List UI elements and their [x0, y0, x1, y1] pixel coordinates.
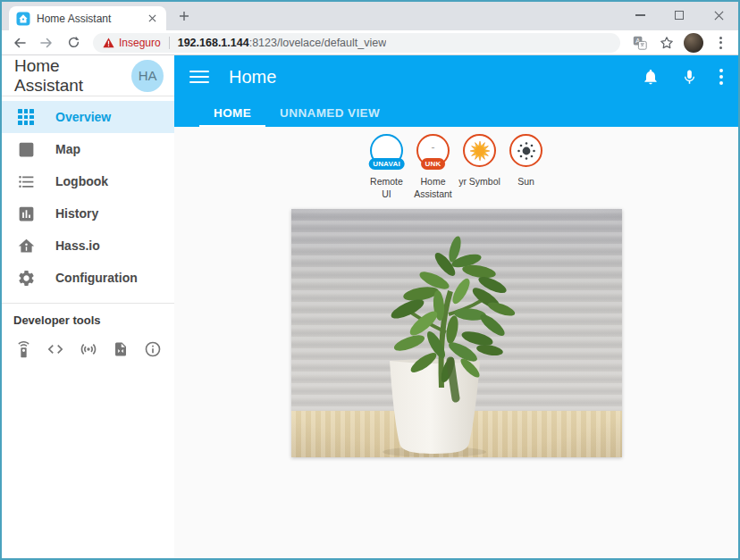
sidebar-item-hassio[interactable]: Hass.io	[2, 230, 174, 262]
sidebar-item-overview[interactable]: Overview	[2, 101, 174, 133]
reload-button[interactable]	[63, 32, 84, 54]
translate-icon[interactable]: A	[629, 32, 651, 54]
badge-label: Remote UI	[365, 176, 408, 200]
view-dashboard-icon	[15, 106, 37, 128]
gear-icon	[15, 267, 37, 288]
dev-services-remote-icon[interactable]	[12, 338, 35, 361]
ha-header: Home HOME UNNAMED VIEW	[174, 55, 738, 127]
sidebar-item-label: History	[55, 206, 98, 221]
ha-app-bar: Home	[174, 55, 738, 98]
avatar-image	[684, 33, 703, 53]
bookmark-star-icon[interactable]	[656, 32, 677, 54]
badge-state: UNAVAI	[368, 158, 405, 170]
maximize-button[interactable]	[660, 2, 699, 29]
list-bulleted-icon	[15, 171, 37, 192]
badge-circle: UNAVAI	[370, 134, 403, 167]
voice-mic-icon[interactable]	[681, 69, 698, 86]
sidebar-item-history[interactable]: History	[2, 197, 174, 230]
profile-avatar[interactable]	[683, 32, 704, 54]
overflow-menu-icon[interactable]	[719, 69, 723, 85]
badge-home-assistant[interactable]: - UNK Home Assistant	[411, 134, 455, 200]
camera-image-plant[interactable]	[291, 209, 622, 457]
map-person-icon	[15, 138, 37, 160]
new-tab-button[interactable]	[172, 4, 197, 29]
badge-remote-ui[interactable]: UNAVAI Remote UI	[365, 134, 408, 200]
app-area: Home Assistant HA Overview Map	[2, 55, 738, 558]
badge-circle	[463, 134, 496, 167]
badge-circle	[509, 134, 542, 167]
forward-button[interactable]	[36, 32, 57, 54]
developer-tools-label: Developer tools	[2, 304, 174, 332]
sidebar-title: Home Assistant	[14, 56, 131, 96]
tab-title: Home Assistant	[37, 13, 139, 25]
header-actions	[642, 68, 723, 86]
sidebar-item-label: Map	[55, 142, 80, 156]
address-bar[interactable]: Inseguro 192.168.1.144:8123/lovelace/def…	[93, 33, 620, 53]
minimize-icon	[635, 14, 645, 16]
tab-unnamed-view[interactable]: UNNAMED VIEW	[265, 98, 394, 127]
dev-events-access-point-icon[interactable]	[77, 338, 100, 361]
sidebar-header: Home Assistant HA	[2, 55, 174, 96]
sidebar-item-configuration[interactable]: Configuration	[2, 262, 174, 294]
chrome-menu-icon[interactable]	[710, 32, 731, 54]
browser-window: Home Assistant Inseguro	[0, 0, 740, 560]
lovelace-view: UNAVAI Remote UI - UNK Home Assistant	[174, 127, 738, 558]
badge-yr-symbol[interactable]: yr Symbol	[458, 134, 501, 188]
dev-templates-file-code-icon[interactable]	[109, 338, 132, 361]
browser-toolbar: Inseguro 192.168.1.144:8123/lovelace/def…	[2, 30, 738, 55]
sidebar-item-label: Configuration	[55, 271, 138, 285]
not-secure-warning-icon	[103, 38, 114, 48]
user-avatar[interactable]: HA	[131, 60, 164, 92]
page-title: Home	[229, 67, 276, 88]
notifications-bell-icon[interactable]	[642, 68, 660, 86]
developer-tools-row	[2, 332, 174, 361]
tab-close-icon[interactable]	[145, 12, 159, 26]
window-controls	[620, 2, 738, 29]
home-assistant-favicon	[16, 12, 30, 26]
security-status-label[interactable]: Inseguro	[119, 37, 161, 49]
badge-center-value: -	[432, 141, 435, 154]
tab-strip: Home Assistant	[2, 2, 738, 30]
forward-icon	[39, 36, 54, 50]
badge-state: UNK	[421, 158, 446, 170]
view-tabs: HOME UNNAMED VIEW	[174, 98, 738, 127]
omnibox-separator	[169, 37, 170, 49]
url-path: :8123/lovelace/default_view	[249, 37, 387, 49]
sidebar-nav: Overview Map Logbook	[2, 96, 174, 294]
sidebar-item-map[interactable]: Map	[2, 133, 174, 165]
sidebar-item-label: Overview	[55, 110, 111, 124]
badge-label: Home Assistant	[411, 176, 455, 200]
camera-plant-graphic	[291, 209, 622, 457]
badge-circle: - UNK	[416, 134, 450, 167]
badge-sun[interactable]: Sun	[504, 134, 548, 188]
dev-states-code-tags-icon[interactable]	[44, 338, 67, 361]
sidebar-item-label: Hass.io	[55, 238, 100, 253]
back-button[interactable]	[9, 32, 30, 54]
sidebar-item-logbook[interactable]: Logbook	[2, 165, 174, 197]
maximize-icon	[675, 11, 684, 20]
back-icon	[13, 36, 27, 50]
badges-row: UNAVAI Remote UI - UNK Home Assistant	[365, 134, 548, 200]
tab-home[interactable]: HOME	[199, 98, 265, 127]
reload-icon	[67, 36, 80, 49]
sun-entity-icon	[516, 140, 537, 162]
chart-box-icon	[15, 203, 37, 224]
weather-sun-icon	[468, 139, 492, 163]
url-host: 192.168.1.144	[178, 37, 249, 49]
home-assistant-icon	[15, 235, 37, 256]
close-button[interactable]	[699, 2, 738, 29]
url-text[interactable]: 192.168.1.144:8123/lovelace/default_view	[178, 37, 387, 49]
menu-hamburger-icon[interactable]	[189, 71, 209, 83]
close-icon	[714, 11, 724, 21]
minimize-button[interactable]	[620, 2, 660, 29]
sidebar-item-label: Logbook	[55, 174, 108, 188]
badge-label: Sun	[517, 176, 534, 188]
sidebar: Home Assistant HA Overview Map	[2, 55, 174, 558]
browser-tab[interactable]: Home Assistant	[9, 6, 166, 30]
dev-info-icon[interactable]	[141, 338, 164, 361]
main-panel: Home HOME UNNAMED VIEW UNAVAI	[174, 55, 738, 558]
badge-label: yr Symbol	[458, 176, 500, 188]
